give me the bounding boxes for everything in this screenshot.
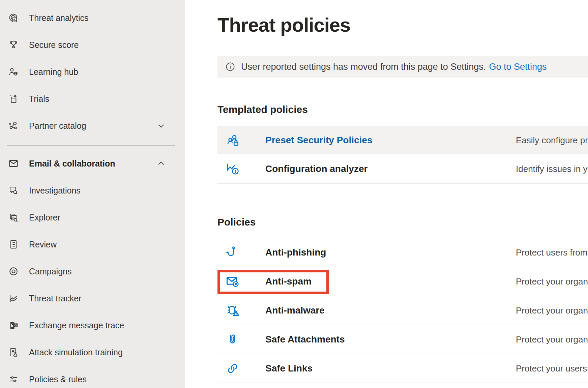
partner-catalog-icon xyxy=(7,120,20,132)
sidebar: Threat analytics Secure score xyxy=(0,0,185,388)
sidebar-item-label: Policies & rules xyxy=(29,375,87,384)
chevron-down-icon[interactable] xyxy=(157,94,166,103)
row-description: Protect your users fr xyxy=(516,363,588,374)
row-preset-security-policies[interactable]: Preset Security Policies Easily configur… xyxy=(217,126,588,154)
row-description: Protect your organiz xyxy=(516,305,588,316)
sidebar-item-trials[interactable]: Trials xyxy=(0,85,185,112)
sidebar-item-label: Review xyxy=(29,240,57,249)
sidebar-section-email-collaboration[interactable]: Email & collaboration xyxy=(0,150,185,177)
sidebar-item-explorer[interactable]: Explorer xyxy=(0,204,185,231)
row-label[interactable]: Safe Links xyxy=(265,363,313,374)
anti-malware-icon xyxy=(225,303,240,318)
row-description: Protect users from p xyxy=(516,247,588,258)
banner-message: User reported settings has moved from th… xyxy=(241,62,486,72)
sidebar-item-learning-hub[interactable]: Learning hub xyxy=(0,58,185,85)
row-label[interactable]: Anti-spam xyxy=(265,276,312,287)
sidebar-item-attack-simulation-training[interactable]: Attack simulation training xyxy=(0,339,185,366)
info-banner: User reported settings has moved from th… xyxy=(217,56,588,78)
learning-hub-icon xyxy=(7,66,20,78)
row-anti-malware[interactable]: Anti-malware Protect your organiz xyxy=(217,296,588,325)
sidebar-item-label: Partner catalog xyxy=(29,121,86,131)
safe-attachments-icon xyxy=(225,332,240,347)
row-label[interactable]: Safe Attachments xyxy=(265,334,345,345)
row-label[interactable]: Anti-malware xyxy=(265,305,325,316)
sidebar-item-label: Attack simulation training xyxy=(29,348,123,357)
configuration-analyzer-icon xyxy=(225,161,240,177)
sidebar-item-review[interactable]: Review xyxy=(0,231,185,258)
row-configuration-analyzer[interactable]: Configuration analyzer Identify issues i… xyxy=(217,154,588,184)
row-description: Protect your organiz xyxy=(516,334,588,345)
templated-policies-heading: Templated policies xyxy=(217,104,308,115)
page-title: Threat policies xyxy=(217,13,350,36)
row-description: Identify issues in you xyxy=(516,164,588,174)
anti-phishing-icon xyxy=(225,245,240,260)
row-anti-phishing[interactable]: Anti-phishing Protect users from p xyxy=(217,238,588,267)
go-to-settings-link[interactable]: Go to Settings xyxy=(489,62,547,72)
chevron-down-icon[interactable] xyxy=(156,121,166,131)
trials-icon xyxy=(7,93,20,105)
campaigns-icon xyxy=(7,265,20,277)
sidebar-item-campaigns[interactable]: Campaigns xyxy=(0,258,185,285)
sidebar-item-label: Threat analytics xyxy=(29,13,88,23)
policies-heading: Policies xyxy=(217,216,256,228)
attack-simulation-icon xyxy=(7,346,20,358)
threat-analytics-icon xyxy=(7,12,20,24)
row-description: Protect your organiz xyxy=(516,276,588,287)
info-icon xyxy=(225,61,236,72)
sidebar-item-label: Threat tracker xyxy=(29,294,82,303)
sidebar-item-label: Investigations xyxy=(29,186,81,196)
sidebar-item-threat-tracker[interactable]: Threat tracker xyxy=(0,285,185,312)
sidebar-item-label: Exchange message trace xyxy=(29,321,124,330)
sidebar-item-policies-rules[interactable]: Policies & rules xyxy=(0,366,185,388)
email-icon xyxy=(7,157,20,170)
sidebar-item-secure-score[interactable]: Secure score xyxy=(0,31,185,58)
row-description: Easily configure prot xyxy=(516,135,588,146)
policies-rules-icon xyxy=(7,373,20,385)
templated-policies-list: Preset Security Policies Easily configur… xyxy=(217,126,588,184)
sidebar-item-label: Campaigns xyxy=(29,267,71,276)
safe-links-icon xyxy=(225,361,240,376)
sidebar-item-threat-analytics[interactable]: Threat analytics xyxy=(0,4,185,31)
row-safe-links[interactable]: Safe Links Protect your users fr xyxy=(217,354,588,383)
anti-spam-icon xyxy=(225,274,240,289)
sidebar-item-partner-catalog[interactable]: Partner catalog xyxy=(0,112,185,139)
row-label[interactable]: Anti-phishing xyxy=(265,247,326,258)
sidebar-item-investigations[interactable]: Investigations xyxy=(0,177,185,204)
sidebar-item-label: Trials xyxy=(29,94,49,104)
sidebar-item-exchange-message-trace[interactable]: Exchange message trace xyxy=(0,312,185,339)
preset-security-icon xyxy=(225,132,240,148)
sidebar-item-label: Learning hub xyxy=(29,67,78,77)
row-label[interactable]: Preset Security Policies xyxy=(265,135,373,146)
policies-list: Anti-phishing Protect users from p Anti-… xyxy=(217,238,588,383)
sidebar-section-label: Email & collaboration xyxy=(29,159,115,169)
row-anti-spam[interactable]: Anti-spam Protect your organiz xyxy=(217,267,588,296)
secure-score-icon xyxy=(7,39,20,51)
explorer-icon xyxy=(7,211,20,223)
sidebar-item-label: Explorer xyxy=(29,213,60,222)
row-label[interactable]: Configuration analyzer xyxy=(265,163,368,174)
threat-tracker-icon xyxy=(7,292,20,304)
chevron-up-icon[interactable] xyxy=(156,158,166,169)
exchange-icon xyxy=(7,319,20,331)
investigations-icon xyxy=(7,184,20,197)
row-safe-attachments[interactable]: Safe Attachments Protect your organiz xyxy=(217,325,588,354)
review-icon xyxy=(7,238,20,250)
sidebar-item-label: Secure score xyxy=(29,40,79,50)
